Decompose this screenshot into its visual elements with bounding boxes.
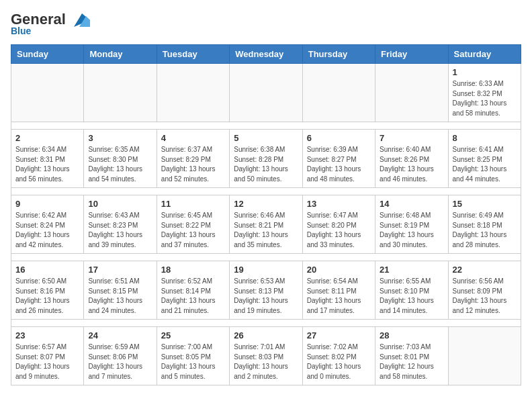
calendar-week-row: 2Sunrise: 6:34 AM Sunset: 8:31 PM Daylig… (11, 130, 521, 188)
calendar-day-cell: 20Sunrise: 6:54 AM Sunset: 8:11 PM Dayli… (302, 261, 375, 320)
calendar-day-cell (11, 64, 84, 122)
week-spacer-row (11, 122, 521, 130)
day-number: 11 (161, 199, 225, 209)
calendar-day-cell (302, 64, 375, 122)
calendar-day-cell (375, 64, 448, 122)
day-number: 12 (234, 199, 298, 209)
day-number: 1 (453, 67, 517, 77)
day-info: Sunrise: 6:46 AM Sunset: 8:21 PM Dayligh… (234, 211, 298, 250)
day-info: Sunrise: 6:49 AM Sunset: 8:18 PM Dayligh… (453, 211, 517, 250)
day-info: Sunrise: 7:02 AM Sunset: 8:02 PM Dayligh… (307, 342, 371, 381)
day-number: 10 (88, 199, 152, 209)
day-number: 5 (234, 133, 298, 143)
day-number: 27 (307, 330, 371, 340)
day-info: Sunrise: 6:55 AM Sunset: 8:10 PM Dayligh… (380, 277, 443, 316)
logo-text: GeneralBlue (11, 11, 66, 36)
day-info: Sunrise: 6:57 AM Sunset: 8:07 PM Dayligh… (15, 342, 79, 381)
calendar-day-cell: 1Sunrise: 6:33 AM Sunset: 8:32 PM Daylig… (448, 64, 521, 122)
week-spacer-row (11, 254, 521, 261)
calendar-day-cell: 23Sunrise: 6:57 AM Sunset: 8:07 PM Dayli… (11, 327, 84, 385)
calendar-header-row: SundayMondayTuesdayWednesdayThursdayFrid… (11, 45, 521, 64)
calendar-day-cell: 3Sunrise: 6:35 AM Sunset: 8:30 PM Daylig… (84, 130, 157, 188)
calendar-week-row: 16Sunrise: 6:50 AM Sunset: 8:16 PM Dayli… (11, 261, 521, 320)
logo-icon (69, 11, 90, 30)
calendar-day-cell: 22Sunrise: 6:56 AM Sunset: 8:09 PM Dayli… (448, 261, 521, 320)
calendar-day-cell: 26Sunrise: 7:01 AM Sunset: 8:03 PM Dayli… (230, 327, 302, 385)
calendar-table: SundayMondayTuesdayWednesdayThursdayFrid… (11, 44, 521, 385)
day-info: Sunrise: 6:45 AM Sunset: 8:22 PM Dayligh… (161, 211, 225, 250)
day-number: 8 (453, 133, 517, 143)
weekday-header: Wednesday (230, 45, 302, 64)
calendar-day-cell: 9Sunrise: 6:42 AM Sunset: 8:24 PM Daylig… (11, 195, 84, 254)
day-number: 2 (15, 133, 79, 143)
day-info: Sunrise: 6:54 AM Sunset: 8:11 PM Dayligh… (307, 277, 371, 316)
day-number: 26 (234, 330, 298, 340)
calendar-day-cell: 25Sunrise: 7:00 AM Sunset: 8:05 PM Dayli… (157, 327, 229, 385)
calendar-week-row: 23Sunrise: 6:57 AM Sunset: 8:07 PM Dayli… (11, 327, 521, 385)
day-info: Sunrise: 6:34 AM Sunset: 8:31 PM Dayligh… (15, 145, 79, 184)
page-header: GeneralBlue (11, 11, 521, 36)
calendar-day-cell: 15Sunrise: 6:49 AM Sunset: 8:18 PM Dayli… (448, 195, 521, 254)
day-number: 22 (453, 265, 517, 275)
day-number: 4 (161, 133, 225, 143)
day-info: Sunrise: 6:56 AM Sunset: 8:09 PM Dayligh… (453, 277, 517, 316)
day-info: Sunrise: 7:01 AM Sunset: 8:03 PM Dayligh… (234, 342, 298, 381)
weekday-header: Tuesday (157, 45, 229, 64)
day-info: Sunrise: 6:38 AM Sunset: 8:28 PM Dayligh… (234, 145, 298, 184)
weekday-header: Friday (375, 45, 448, 64)
day-info: Sunrise: 6:41 AM Sunset: 8:25 PM Dayligh… (453, 145, 517, 184)
weekday-header: Sunday (11, 45, 84, 64)
calendar-day-cell: 28Sunrise: 7:03 AM Sunset: 8:01 PM Dayli… (375, 327, 448, 385)
calendar-day-cell: 8Sunrise: 6:41 AM Sunset: 8:25 PM Daylig… (448, 130, 521, 188)
calendar-day-cell: 18Sunrise: 6:52 AM Sunset: 8:14 PM Dayli… (157, 261, 229, 320)
day-number: 25 (161, 330, 225, 340)
day-number: 15 (453, 199, 517, 209)
day-info: Sunrise: 6:52 AM Sunset: 8:14 PM Dayligh… (161, 277, 225, 316)
day-number: 18 (161, 265, 225, 275)
day-info: Sunrise: 7:03 AM Sunset: 8:01 PM Dayligh… (380, 342, 443, 381)
weekday-header: Monday (84, 45, 157, 64)
calendar-day-cell: 13Sunrise: 6:47 AM Sunset: 8:20 PM Dayli… (302, 195, 375, 254)
calendar-day-cell: 16Sunrise: 6:50 AM Sunset: 8:16 PM Dayli… (11, 261, 84, 320)
day-info: Sunrise: 6:40 AM Sunset: 8:26 PM Dayligh… (380, 145, 443, 184)
calendar-day-cell: 12Sunrise: 6:46 AM Sunset: 8:21 PM Dayli… (230, 195, 302, 254)
day-number: 19 (234, 265, 298, 275)
calendar-day-cell: 19Sunrise: 6:53 AM Sunset: 8:13 PM Dayli… (230, 261, 302, 320)
calendar-day-cell: 5Sunrise: 6:38 AM Sunset: 8:28 PM Daylig… (230, 130, 302, 188)
logo: GeneralBlue (11, 11, 90, 36)
day-number: 24 (88, 330, 152, 340)
day-info: Sunrise: 6:51 AM Sunset: 8:15 PM Dayligh… (88, 277, 152, 316)
calendar-day-cell: 14Sunrise: 6:48 AM Sunset: 8:19 PM Dayli… (375, 195, 448, 254)
calendar-day-cell: 6Sunrise: 6:39 AM Sunset: 8:27 PM Daylig… (302, 130, 375, 188)
day-info: Sunrise: 6:33 AM Sunset: 8:32 PM Dayligh… (453, 79, 517, 118)
day-number: 28 (380, 330, 443, 340)
calendar-day-cell (230, 64, 302, 122)
day-info: Sunrise: 7:00 AM Sunset: 8:05 PM Dayligh… (161, 342, 225, 381)
day-number: 6 (307, 133, 371, 143)
day-number: 17 (88, 265, 152, 275)
weekday-header: Saturday (448, 45, 521, 64)
calendar-day-cell: 10Sunrise: 6:43 AM Sunset: 8:23 PM Dayli… (84, 195, 157, 254)
day-info: Sunrise: 6:59 AM Sunset: 8:06 PM Dayligh… (88, 342, 152, 381)
calendar-day-cell: 11Sunrise: 6:45 AM Sunset: 8:22 PM Dayli… (157, 195, 229, 254)
day-number: 13 (307, 199, 371, 209)
calendar-day-cell: 7Sunrise: 6:40 AM Sunset: 8:26 PM Daylig… (375, 130, 448, 188)
calendar-day-cell: 21Sunrise: 6:55 AM Sunset: 8:10 PM Dayli… (375, 261, 448, 320)
day-info: Sunrise: 6:39 AM Sunset: 8:27 PM Dayligh… (307, 145, 371, 184)
day-info: Sunrise: 6:47 AM Sunset: 8:20 PM Dayligh… (307, 211, 371, 250)
calendar-day-cell: 4Sunrise: 6:37 AM Sunset: 8:29 PM Daylig… (157, 130, 229, 188)
day-number: 16 (15, 265, 79, 275)
day-info: Sunrise: 6:42 AM Sunset: 8:24 PM Dayligh… (15, 211, 79, 250)
day-number: 9 (15, 199, 79, 209)
day-info: Sunrise: 6:53 AM Sunset: 8:13 PM Dayligh… (234, 277, 298, 316)
calendar-day-cell: 17Sunrise: 6:51 AM Sunset: 8:15 PM Dayli… (84, 261, 157, 320)
day-number: 20 (307, 265, 371, 275)
week-spacer-row (11, 320, 521, 327)
week-spacer-row (11, 188, 521, 195)
day-info: Sunrise: 6:43 AM Sunset: 8:23 PM Dayligh… (88, 211, 152, 250)
calendar-week-row: 1Sunrise: 6:33 AM Sunset: 8:32 PM Daylig… (11, 64, 521, 122)
calendar-day-cell (157, 64, 229, 122)
calendar-week-row: 9Sunrise: 6:42 AM Sunset: 8:24 PM Daylig… (11, 195, 521, 254)
day-number: 7 (380, 133, 443, 143)
day-info: Sunrise: 6:50 AM Sunset: 8:16 PM Dayligh… (15, 277, 79, 316)
